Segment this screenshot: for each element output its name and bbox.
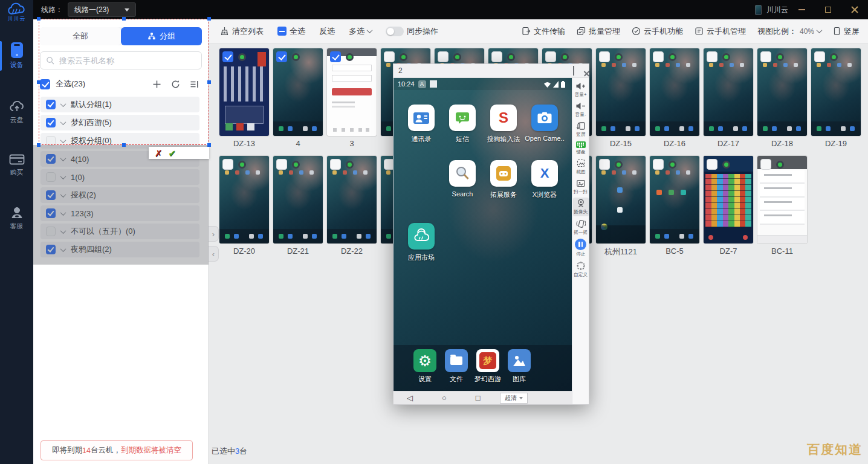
group-row[interactable]: 默认分组(1) — [40, 97, 199, 112]
home-button[interactable] — [442, 394, 447, 402]
phone-checkbox[interactable] — [276, 159, 287, 170]
phone-checkbox[interactable] — [814, 51, 825, 62]
group-row[interactable]: 123(3) — [40, 205, 199, 221]
dock-files[interactable]: 文件 — [445, 349, 468, 391]
group-checkbox[interactable] — [46, 172, 56, 182]
clear-list-button[interactable]: 清空列表 — [220, 26, 264, 37]
dock-menghuan-game[interactable]: 梦 梦幻西游 — [476, 349, 499, 391]
phone-screen-preview[interactable] — [650, 48, 699, 136]
select-all-toolbar[interactable]: 全选 — [277, 26, 305, 37]
tool-stop[interactable]: 停止 — [573, 238, 589, 259]
annotation-confirm-icon[interactable] — [169, 149, 177, 158]
selection-handle[interactable] — [37, 17, 40, 21]
selection-handle[interactable] — [37, 143, 40, 147]
sync-toggle[interactable] — [386, 27, 404, 36]
refresh-button[interactable] — [170, 79, 180, 89]
panel-collapse-handle[interactable]: ‹ — [209, 246, 219, 262]
quality-select-dropdown[interactable]: 超清 — [500, 393, 528, 404]
chevron-down-icon[interactable] — [60, 101, 66, 107]
app-sogou-input[interactable]: S 搜狗输入法 — [490, 105, 517, 144]
phone-screen-preview[interactable] — [273, 48, 323, 136]
phone-screen-preview[interactable] — [811, 48, 861, 136]
group-checkbox[interactable] — [46, 190, 56, 200]
selection-handle[interactable] — [37, 80, 40, 84]
chevron-down-icon[interactable] — [60, 137, 66, 143]
indeterminate-checkbox[interactable] — [277, 27, 287, 36]
select-all-checkbox[interactable] — [40, 79, 50, 89]
phone-thumbnail[interactable]: DZ-15 — [596, 48, 646, 149]
phone-checkbox[interactable] — [438, 51, 449, 62]
phone-thumbnail[interactable]: 4 — [273, 48, 323, 149]
sort-list-button[interactable] — [189, 79, 199, 89]
sidebar-item-devices[interactable]: 设备 — [0, 39, 33, 73]
phone-screen-preview[interactable] — [273, 156, 323, 243]
search-input[interactable] — [59, 56, 196, 65]
tab-all[interactable]: 全部 — [40, 27, 121, 45]
dock-settings[interactable]: ⚙ 设置 — [413, 349, 436, 391]
phone-thumbnail[interactable]: DZ-17 — [704, 48, 753, 149]
dock-gallery[interactable]: 图库 — [508, 349, 531, 391]
tool-rotate-portrait[interactable]: 竖屏 — [573, 120, 589, 139]
app-search[interactable]: Search — [449, 160, 476, 199]
phone-checkbox[interactable] — [707, 159, 717, 170]
app-messages[interactable]: 短信 — [449, 105, 476, 144]
portrait-mode-button[interactable]: 竖屏 — [833, 26, 860, 37]
selection-handle[interactable] — [207, 80, 211, 84]
phone-checkbox[interactable] — [760, 51, 771, 62]
phone-checkbox[interactable] — [545, 51, 556, 62]
phone-checkbox[interactable] — [384, 51, 395, 62]
close-button[interactable] — [841, 0, 868, 19]
file-transfer-button[interactable]: 文件传输 — [522, 26, 565, 37]
phone-screen-preview[interactable] — [596, 156, 646, 243]
phone-checkbox[interactable] — [599, 51, 610, 62]
sidebar-item-cloud-disk[interactable]: 云盘 — [0, 96, 33, 128]
group-row[interactable]: 梦幻西游(5) — [40, 115, 199, 130]
phone-screen-preview[interactable] — [327, 156, 377, 243]
phone-checkbox[interactable] — [707, 51, 717, 62]
chevron-down-icon[interactable] — [60, 173, 66, 179]
chevron-down-icon[interactable] — [60, 192, 66, 198]
phone-checkbox[interactable] — [222, 51, 233, 62]
annotation-cancel-icon[interactable] — [155, 149, 163, 158]
group-checkbox[interactable] — [46, 100, 56, 109]
tool-camera[interactable]: 摄像头 — [573, 198, 589, 216]
phone-checkbox[interactable] — [222, 159, 233, 170]
phone-thumbnail[interactable]: DZ-22 — [327, 156, 377, 256]
phone-screen-preview[interactable] — [757, 156, 807, 243]
phone-thumbnail[interactable]: DZ-13 — [219, 48, 269, 149]
phone-checkbox[interactable] — [653, 51, 664, 62]
phone-thumbnail[interactable]: BC-5 — [650, 156, 699, 256]
phone-thumbnail[interactable]: BC-11 — [757, 156, 807, 256]
tool-custom[interactable]: 自定义 — [573, 260, 589, 279]
phone-thumbnail[interactable]: DZ-20 — [219, 156, 269, 256]
phone-checkbox[interactable] — [276, 51, 287, 62]
phone-screen-preview[interactable] — [327, 48, 377, 136]
tool-keyboard[interactable]: 键盘 — [573, 141, 589, 156]
phone-thumbnail[interactable]: DZ-16 — [650, 48, 699, 149]
chevron-down-icon[interactable] — [60, 246, 66, 252]
selection-handle[interactable] — [207, 17, 211, 21]
phone-screen-preview[interactable] — [219, 156, 269, 243]
phone-checkbox[interactable] — [653, 159, 664, 170]
view-ratio-control[interactable]: 视图比例： 40% — [757, 26, 821, 37]
phone-screen-preview[interactable] — [596, 48, 646, 136]
group-checkbox[interactable] — [46, 245, 56, 254]
tool-shake[interactable]: 摇一摇 — [573, 218, 589, 237]
group-checkbox[interactable] — [46, 136, 56, 146]
selection-handle[interactable] — [122, 17, 126, 21]
app-x-browser[interactable]: X X浏览器 — [531, 160, 558, 199]
sidebar-item-purchase[interactable]: 购买 — [0, 150, 33, 181]
phone-checkbox[interactable] — [760, 159, 771, 170]
app-contacts[interactable]: 通讯录 — [408, 105, 435, 144]
maximize-button[interactable] — [815, 0, 841, 19]
phone-checkbox[interactable] — [599, 159, 610, 170]
multi-select-button[interactable]: 多选 — [349, 26, 372, 37]
phone-screen-preview[interactable] — [650, 156, 699, 243]
group-checkbox[interactable] — [46, 118, 56, 127]
minimize-button[interactable] — [788, 0, 815, 19]
app-market[interactable]: 应用市场 — [408, 223, 435, 262]
group-row[interactable]: 不可以（五开）(0) — [40, 224, 199, 239]
phone-checkbox[interactable] — [491, 51, 502, 62]
selection-handle[interactable] — [122, 143, 126, 147]
tool-volume-up[interactable]: 音量+ — [573, 81, 589, 99]
